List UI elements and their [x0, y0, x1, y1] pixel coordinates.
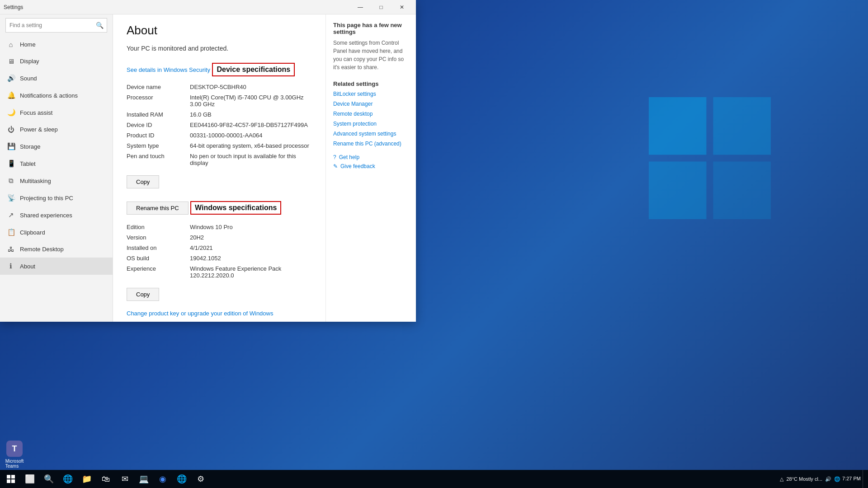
temperature: 28°C Mostly cl...: [786, 476, 822, 482]
sidebar-item-label-about: About: [20, 263, 35, 270]
sidebar-item-projecting[interactable]: 📡 Projecting to this PC: [0, 189, 113, 206]
get-help-action[interactable]: ? Get help: [333, 154, 409, 160]
explorer-button[interactable]: 📁: [78, 470, 96, 488]
right-panel-title: This page has a few new settings: [333, 22, 409, 35]
search-input[interactable]: [5, 18, 107, 33]
minimize-button[interactable]: —: [350, 0, 371, 14]
table-row: Installed on 4/1/2021: [127, 243, 312, 253]
display-icon: 🖥: [7, 57, 14, 65]
taskbar-left: ⬜ 🔍 🌐 📁 🛍 ✉ 💻 ◉ 🌐 ⚙: [0, 470, 212, 488]
sidebar-item-about[interactable]: ℹ About: [0, 258, 113, 275]
sidebar-item-multitasking[interactable]: ⧉ Multitasking: [0, 172, 113, 189]
sidebar-item-sound[interactable]: 🔊 Sound: [0, 70, 113, 87]
table-row: Experience Windows Feature Experience Pa…: [127, 263, 312, 281]
title-bar: Settings — □ ✕: [0, 0, 416, 14]
spec-label: Edition: [127, 222, 190, 232]
bitlocker-link[interactable]: BitLocker settings: [333, 91, 409, 97]
svg-rect-5: [11, 475, 15, 479]
bottom-links: Change product key or upgrade your editi…: [127, 310, 312, 322]
sidebar-item-tablet[interactable]: 📱 Tablet: [0, 155, 113, 172]
give-feedback-action[interactable]: ✎ Give feedback: [333, 163, 409, 169]
svg-rect-7: [11, 479, 15, 483]
spec-value: 64-bit operating system, x64-based proce…: [190, 141, 312, 151]
page-title: About: [127, 23, 312, 38]
spec-value: 20H2: [190, 232, 312, 243]
give-feedback-label: Give feedback: [340, 163, 375, 169]
table-row: Device name DESKTOP-5CBHR40: [127, 82, 312, 92]
sidebar-item-storage[interactable]: 💾 Storage: [0, 138, 113, 155]
desktop-windows-logo: [642, 90, 778, 226]
network-icon[interactable]: 🌐: [834, 476, 840, 482]
store-button[interactable]: 🛍: [97, 470, 115, 488]
chrome-button[interactable]: ◉: [154, 470, 172, 488]
sidebar-item-label-home: Home: [20, 41, 36, 48]
svg-rect-6: [7, 479, 10, 483]
start-button[interactable]: [2, 470, 20, 488]
search-button[interactable]: 🔍: [40, 470, 58, 488]
right-panel-description: Some settings from Control Panel have mo…: [333, 39, 409, 71]
close-button[interactable]: ✕: [392, 0, 412, 14]
rename-pc-button[interactable]: Rename this PC: [127, 202, 189, 215]
sidebar-item-label-focus: Focus assist: [20, 109, 52, 116]
sidebar-item-clipboard[interactable]: 📋 Clipboard: [0, 224, 113, 241]
sidebar-item-label-power: Power & sleep: [20, 126, 58, 133]
spec-label: Pen and touch: [127, 151, 190, 168]
rename-advanced-link[interactable]: Rename this PC (advanced): [333, 141, 409, 147]
svg-rect-1: [713, 97, 771, 155]
sidebar-item-power[interactable]: ⏻ Power & sleep: [0, 121, 113, 138]
sound-icon: 🔊: [7, 74, 14, 82]
spec-label: Experience: [127, 263, 190, 281]
sidebar-item-label-notifications: Notifications & actions: [20, 92, 78, 99]
sidebar-item-remote[interactable]: 🖧 Remote Desktop: [0, 241, 113, 258]
clock[interactable]: 7:27 PM: [842, 475, 861, 482]
svg-rect-2: [649, 162, 707, 220]
teams-icon-image: T: [6, 441, 23, 457]
feedback-icon: ✎: [333, 163, 338, 169]
svg-rect-0: [649, 97, 707, 155]
security-link[interactable]: See details in Windows Security: [127, 66, 210, 73]
services-agreement-link[interactable]: Read the Microsoft Services Agreement th…: [127, 321, 312, 322]
settings-taskbar-button[interactable]: ⚙: [192, 470, 210, 488]
spec-value: No pen or touch input is available for t…: [190, 151, 312, 168]
remote-desktop-link[interactable]: Remote desktop: [333, 111, 409, 117]
remote-icon: 🖧: [7, 245, 14, 253]
sidebar-item-shared[interactable]: ↗ Shared experiences: [0, 206, 113, 224]
mail-button[interactable]: ✉: [116, 470, 134, 488]
product-key-link[interactable]: Change product key or upgrade your editi…: [127, 310, 312, 317]
search-container: 🔍: [5, 18, 107, 33]
multitasking-icon: ⧉: [7, 177, 14, 185]
spec-label: Processor: [127, 92, 190, 109]
network-button[interactable]: 🌐: [173, 470, 191, 488]
spec-label: System type: [127, 141, 190, 151]
windows-copy-button[interactable]: Copy: [127, 288, 159, 301]
right-panel: This page has a few new settings Some se…: [326, 14, 416, 322]
volume-icon[interactable]: 🔊: [825, 476, 831, 482]
edge-button[interactable]: 🌐: [59, 470, 77, 488]
system-protection-link[interactable]: System protection: [333, 121, 409, 127]
sidebar-item-notifications[interactable]: 🔔 Notifications & actions: [0, 87, 113, 104]
dev-button[interactable]: 💻: [135, 470, 153, 488]
window-body: 🔍 ⌂ Home 🖥 Display 🔊 Sound 🔔 Notificatio…: [0, 14, 416, 322]
main-content: About Your PC is monitored and protected…: [113, 14, 326, 322]
device-manager-link[interactable]: Device Manager: [333, 101, 409, 107]
sidebar-item-label-display: Display: [20, 58, 39, 65]
device-spec-table: Device name DESKTOP-5CBHR40 Processor In…: [127, 82, 312, 168]
table-row: OS build 19042.1052: [127, 253, 312, 263]
sidebar-item-display[interactable]: 🖥 Display: [0, 53, 113, 70]
tray-arrow[interactable]: △: [780, 476, 783, 482]
taskview-button[interactable]: ⬜: [21, 470, 39, 488]
about-icon: ℹ: [7, 262, 14, 270]
advanced-system-link[interactable]: Advanced system settings: [333, 131, 409, 137]
table-row: System type 64-bit operating system, x64…: [127, 141, 312, 151]
tablet-icon: 📱: [7, 160, 14, 168]
sidebar-item-focus[interactable]: 🌙 Focus assist: [0, 104, 113, 121]
show-desktop-button[interactable]: [863, 470, 864, 488]
related-settings-title: Related settings: [333, 80, 409, 87]
device-copy-button[interactable]: Copy: [127, 175, 159, 188]
sidebar-item-label-multitasking: Multitasking: [20, 178, 51, 184]
table-row: Product ID 00331-10000-00001-AA064: [127, 130, 312, 141]
teams-desktop-icon[interactable]: T MicrosoftTeams: [4, 440, 25, 469]
sidebar-item-home[interactable]: ⌂ Home: [0, 36, 113, 53]
maximize-button[interactable]: □: [371, 0, 392, 14]
settings-window: Settings — □ ✕ 🔍 ⌂ Home 🖥 Display 🔊: [0, 0, 416, 322]
